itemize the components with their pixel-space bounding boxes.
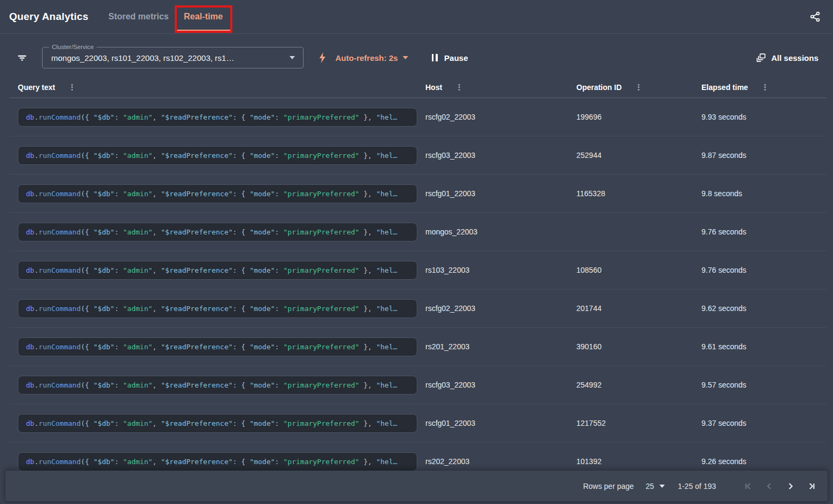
cluster-service-select[interactable]: Cluster/Service mongos_22003, rs101_2200… [42, 47, 304, 68]
query-cell: db.runCommand({ "$db": "admin", "$readPr… [18, 223, 425, 241]
rows-per-page-value: 25 [646, 482, 655, 491]
chevron-down-icon [403, 56, 408, 59]
previous-page-button[interactable] [762, 479, 776, 493]
elapsed-time-cell: 9.61 seconds [701, 342, 827, 351]
filter-icon[interactable] [16, 52, 28, 64]
auto-refresh-control[interactable]: Auto-refresh: 2s [318, 52, 408, 63]
column-menu-kebab-icon[interactable]: ⋮ [453, 82, 465, 93]
host-cell: rscfg03_22003 [425, 151, 576, 160]
query-text-chip[interactable]: db.runCommand({ "$db": "admin", "$readPr… [18, 414, 417, 433]
host-cell: rscfg01_22003 [425, 189, 576, 198]
chevron-down-icon [290, 56, 295, 59]
operation-id-cell: 254992 [576, 381, 701, 389]
host-cell: mongos_22003 [425, 227, 576, 236]
query-text-chip[interactable]: db.runCommand({ "$db": "admin", "$readPr… [18, 299, 417, 318]
operation-id-cell: 108560 [576, 266, 701, 274]
query-text-chip[interactable]: db.runCommand({ "$db": "admin", "$readPr… [18, 108, 417, 127]
pause-button[interactable]: Pause [432, 53, 468, 63]
query-text-chip[interactable]: db.runCommand({ "$db": "admin", "$readPr… [18, 376, 417, 395]
operation-id-cell: 101392 [576, 457, 701, 466]
query-cell: db.runCommand({ "$db": "admin", "$readPr… [18, 184, 425, 203]
query-cell: db.runCommand({ "$db": "admin", "$readPr… [18, 108, 425, 127]
query-text-chip[interactable]: db.runCommand({ "$db": "admin", "$readPr… [18, 261, 417, 280]
query-cell: db.runCommand({ "$db": "admin", "$readPr… [18, 337, 425, 356]
table-row: db.runCommand({ "$db": "admin", "$readPr… [9, 136, 827, 175]
tab-stored-metrics[interactable]: Stored metrics [107, 0, 170, 33]
cluster-service-value: mongos_22003, rs101_22003, rs102_22003, … [51, 53, 234, 63]
all-sessions-button[interactable]: All sessions [756, 52, 818, 63]
table-row: db.runCommand({ "$db": "admin", "$readPr… [9, 404, 827, 443]
lightning-bolt-icon [318, 52, 327, 63]
host-cell: rscfg01_22003 [425, 419, 576, 427]
query-text-chip[interactable]: db.runCommand({ "$db": "admin", "$readPr… [18, 337, 417, 356]
column-header-elapsed-time: Elapsed time ⋮ [701, 82, 827, 93]
active-tab-indicator [177, 30, 231, 32]
table-row: db.runCommand({ "$db": "admin", "$readPr… [9, 213, 827, 251]
query-cell: db.runCommand({ "$db": "admin", "$readPr… [18, 376, 425, 395]
chevron-right-icon [786, 481, 795, 491]
table-row: db.runCommand({ "$db": "admin", "$readPr… [9, 366, 827, 404]
column-header-host: Host ⋮ [425, 82, 576, 93]
table-body: db.runCommand({ "$db": "admin", "$readPr… [9, 98, 827, 481]
elapsed-time-cell: 9.26 seconds [701, 457, 827, 466]
table-header-row: Query text ⋮ Host ⋮ Operation ID ⋮ Elaps… [9, 77, 827, 98]
cluster-service-label: Cluster/Service [49, 43, 97, 51]
last-page-button[interactable] [804, 479, 818, 493]
pagination-range-label: 1-25 of 193 [678, 482, 716, 491]
query-text-chip[interactable]: db.runCommand({ "$db": "admin", "$readPr… [18, 184, 417, 203]
query-cell: db.runCommand({ "$db": "admin", "$readPr… [18, 299, 425, 318]
elapsed-time-cell: 9.93 seconds [701, 113, 827, 121]
operation-id-cell: 1217552 [576, 419, 701, 427]
tab-stored-metrics-label: Stored metrics [108, 12, 169, 22]
host-cell: rscfg03_22003 [425, 381, 576, 389]
elapsed-time-cell: 9.76 seconds [701, 227, 827, 236]
queries-table: Query text ⋮ Host ⋮ Operation ID ⋮ Elaps… [9, 77, 827, 481]
operation-id-cell: 252944 [576, 151, 701, 160]
pagination-bar: Rows per page 25 1-25 of 193 [5, 471, 828, 501]
rows-per-page-select[interactable]: 25 [646, 482, 665, 491]
auto-refresh-label: Auto-refresh: 2s [335, 53, 398, 63]
next-page-button[interactable] [783, 479, 797, 493]
share-icon[interactable] [808, 10, 822, 24]
elapsed-time-cell: 9.8 seconds [701, 189, 827, 198]
host-cell: rscfg02_22003 [425, 304, 576, 313]
first-page-icon [743, 481, 753, 491]
tab-real-time[interactable]: Real-time [183, 0, 224, 33]
chevron-down-icon [659, 485, 665, 488]
query-analytics-page: Query Analytics Stored metrics Real-time [0, 0, 833, 504]
elapsed-time-cell: 9.87 seconds [701, 151, 827, 160]
host-cell: rs201_22003 [425, 342, 576, 351]
operation-id-cell: 201744 [576, 304, 701, 313]
last-page-icon [807, 481, 816, 491]
query-cell: db.runCommand({ "$db": "admin", "$readPr… [18, 261, 425, 280]
query-cell: db.runCommand({ "$db": "admin", "$readPr… [18, 452, 425, 471]
column-header-operation-id: Operation ID ⋮ [576, 82, 701, 93]
column-menu-kebab-icon[interactable]: ⋮ [66, 82, 78, 93]
toolbar: Cluster/Service mongos_22003, rs101_2200… [0, 34, 833, 77]
first-page-button[interactable] [741, 479, 755, 493]
query-text-chip[interactable]: db.runCommand({ "$db": "admin", "$readPr… [18, 146, 417, 165]
table-row: db.runCommand({ "$db": "admin", "$readPr… [9, 328, 827, 366]
pause-icon [432, 54, 438, 61]
host-cell: rs202_22003 [425, 457, 576, 466]
operation-id-cell: 199696 [576, 113, 701, 121]
query-text-chip[interactable]: db.runCommand({ "$db": "admin", "$readPr… [18, 452, 417, 471]
tabs: Stored metrics Real-time [107, 0, 237, 33]
stacked-sessions-icon [756, 52, 767, 63]
column-menu-kebab-icon[interactable]: ⋮ [759, 82, 771, 93]
chevron-left-icon [765, 481, 774, 491]
operation-id-cell: 1165328 [576, 189, 701, 198]
elapsed-time-cell: 9.76 seconds [701, 266, 827, 274]
all-sessions-label: All sessions [771, 53, 818, 63]
query-text-chip[interactable]: db.runCommand({ "$db": "admin", "$readPr… [18, 223, 417, 241]
column-header-query-text: Query text ⋮ [18, 82, 425, 93]
table-row: db.runCommand({ "$db": "admin", "$readPr… [9, 289, 827, 328]
host-cell: rscfg02_22003 [425, 113, 576, 121]
app-header: Query Analytics Stored metrics Real-time [0, 0, 833, 34]
elapsed-time-cell: 9.57 seconds [701, 381, 827, 389]
table-row: db.runCommand({ "$db": "admin", "$readPr… [9, 98, 827, 136]
table-row: db.runCommand({ "$db": "admin", "$readPr… [9, 175, 827, 213]
rows-per-page-label: Rows per page [583, 482, 634, 491]
column-menu-kebab-icon[interactable]: ⋮ [632, 82, 645, 93]
operation-id-cell: 390160 [576, 342, 701, 351]
